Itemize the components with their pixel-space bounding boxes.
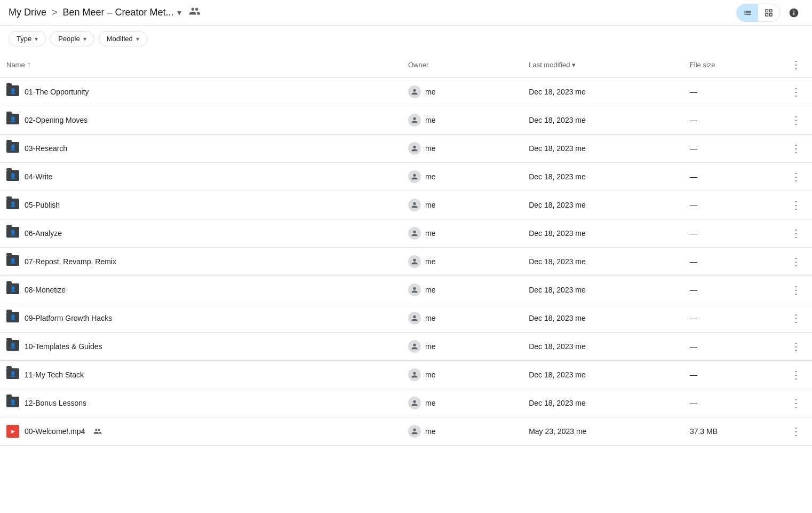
owner-name: me	[425, 370, 435, 379]
table-row[interactable]: 👤 12-Bonus Lessons me Dec 18, 2023 me—⋮	[0, 389, 812, 417]
file-name-cell: 👤 04-Write	[0, 163, 402, 191]
table-row[interactable]: 👤 08-Monetize me Dec 18, 2023 me—⋮	[0, 276, 812, 304]
file-name-cell: 👤 01-The Opportunity	[0, 78, 402, 106]
owner-name: me	[425, 229, 435, 238]
owner-cell-content: me	[408, 425, 516, 438]
file-size-cell: —	[683, 389, 780, 417]
filter-bar: Type ▾ People ▾ Modified ▾	[0, 26, 812, 52]
table-row[interactable]: 👤 07-Repost, Revamp, Remix me Dec 18, 20…	[0, 248, 812, 276]
file-more-button[interactable]: ⋮	[786, 366, 806, 383]
file-modified-cell: Dec 18, 2023 me	[522, 106, 683, 135]
file-name-text: 04-Write	[25, 172, 53, 181]
type-filter-chip[interactable]: Type ▾	[9, 31, 46, 46]
breadcrumb-separator: >	[52, 7, 58, 18]
file-size-value: —	[690, 229, 697, 238]
list-view-button[interactable]	[737, 4, 758, 21]
file-more-button[interactable]: ⋮	[786, 140, 806, 157]
col-header-owner: Owner	[402, 52, 522, 78]
file-more-button[interactable]: ⋮	[786, 394, 806, 412]
owner-avatar	[408, 255, 421, 268]
owner-cell-content: me	[408, 85, 516, 98]
file-owner-cell: me	[402, 361, 522, 389]
file-modified-cell: Dec 18, 2023 me	[522, 333, 683, 361]
table-row[interactable]: 👤 10-Templates & Guides me Dec 18, 2023 …	[0, 333, 812, 361]
table-row[interactable]: 👤 09-Platform Growth Hacks me Dec 18, 20…	[0, 304, 812, 333]
file-actions-cell: ⋮	[780, 389, 812, 417]
file-more-button[interactable]: ⋮	[786, 338, 806, 355]
breadcrumb-current-label: Ben Meer – Creator Met...	[63, 7, 174, 18]
folder-icon: 👤	[6, 114, 19, 127]
file-size-value: —	[690, 314, 697, 322]
file-actions-cell: ⋮	[780, 106, 812, 135]
info-button[interactable]	[784, 3, 803, 22]
modified-filter-chip[interactable]: Modified ▾	[99, 31, 147, 46]
table-row[interactable]: 👤 06-Analyze me Dec 18, 2023 me—⋮	[0, 219, 812, 248]
owner-avatar	[408, 199, 421, 211]
shared-badge-icon	[93, 427, 102, 436]
owner-cell-content: me	[408, 397, 516, 409]
file-more-button[interactable]: ⋮	[786, 225, 806, 242]
file-more-button[interactable]: ⋮	[786, 168, 806, 185]
file-size-value: —	[690, 88, 697, 96]
header-actions	[736, 3, 803, 22]
owner-cell-content: me	[408, 368, 516, 381]
header-more-button[interactable]: ⋮	[786, 56, 806, 73]
file-size-cell: 37.3 MB	[683, 417, 780, 446]
folder-icon: 👤	[6, 283, 19, 296]
type-filter-label: Type	[17, 35, 31, 43]
file-more-button[interactable]: ⋮	[786, 253, 806, 270]
file-actions-cell: ⋮	[780, 333, 812, 361]
folder-icon: 👤	[6, 170, 19, 183]
owner-name: me	[425, 116, 435, 124]
file-name-text: 02-Opening Moves	[25, 116, 87, 124]
col-header-modified[interactable]: Last modified ▾	[522, 52, 683, 78]
table-row[interactable]: 👤 01-The Opportunity me Dec 18, 2023 me—…	[0, 78, 812, 106]
table-row[interactable]: 👤 11-My Tech Stack me Dec 18, 2023 me—⋮	[0, 361, 812, 389]
file-size-cell: —	[683, 135, 780, 163]
table-row[interactable]: 👤 02-Opening Moves me Dec 18, 2023 me—⋮	[0, 106, 812, 135]
file-name-text: 10-Templates & Guides	[25, 342, 102, 351]
people-filter-label: People	[58, 35, 79, 43]
file-actions-cell: ⋮	[780, 417, 812, 446]
file-name-text: 00-Welcome!.mp4	[25, 427, 85, 436]
owner-avatar	[408, 397, 421, 409]
folder-icon: 👤	[6, 255, 19, 268]
folder-icon: 👤	[6, 199, 19, 211]
owner-avatar	[408, 283, 421, 296]
file-size-value: —	[690, 257, 697, 266]
file-more-button[interactable]: ⋮	[786, 83, 806, 100]
file-name-text: 11-My Tech Stack	[25, 370, 84, 379]
table-row[interactable]: 👤 04-Write me Dec 18, 2023 me—⋮	[0, 163, 812, 191]
file-more-button[interactable]: ⋮	[786, 281, 806, 298]
col-header-actions: ⋮	[780, 52, 812, 78]
file-more-button[interactable]: ⋮	[786, 423, 806, 440]
owner-avatar	[408, 142, 421, 155]
file-modified-cell: Dec 18, 2023 me	[522, 276, 683, 304]
file-modified-cell: Dec 18, 2023 me	[522, 163, 683, 191]
file-owner-cell: me	[402, 417, 522, 446]
folder-icon: 👤	[6, 397, 19, 409]
name-cell-content: ▶ 00-Welcome!.mp4	[6, 425, 395, 438]
type-filter-arrow-icon: ▾	[35, 35, 38, 43]
file-more-button[interactable]: ⋮	[786, 112, 806, 129]
owner-name: me	[425, 342, 435, 351]
folder-icon: 👤	[6, 85, 19, 98]
col-header-name[interactable]: Name ↑	[0, 52, 402, 78]
grid-view-button[interactable]	[758, 4, 779, 21]
table-row[interactable]: 👤 05-Publish me Dec 18, 2023 me—⋮	[0, 191, 812, 219]
owner-name: me	[425, 286, 435, 294]
owner-cell-content: me	[408, 227, 516, 240]
breadcrumb-current-folder[interactable]: Ben Meer – Creator Met... ▾	[63, 7, 181, 18]
owner-name: me	[425, 144, 435, 153]
table-row[interactable]: ▶ 00-Welcome!.mp4 me May 23, 2023 me37.3…	[0, 417, 812, 446]
owner-name: me	[425, 257, 435, 266]
folder-icon: 👤	[6, 340, 19, 353]
shared-with-people-icon	[189, 5, 201, 20]
owner-avatar	[408, 425, 421, 438]
table-row[interactable]: 👤 03-Research me Dec 18, 2023 me—⋮	[0, 135, 812, 163]
file-more-button[interactable]: ⋮	[786, 310, 806, 327]
file-more-button[interactable]: ⋮	[786, 196, 806, 214]
people-filter-chip[interactable]: People ▾	[50, 31, 94, 46]
breadcrumb-root[interactable]: My Drive	[9, 7, 46, 18]
name-cell-content: 👤 11-My Tech Stack	[6, 368, 395, 381]
